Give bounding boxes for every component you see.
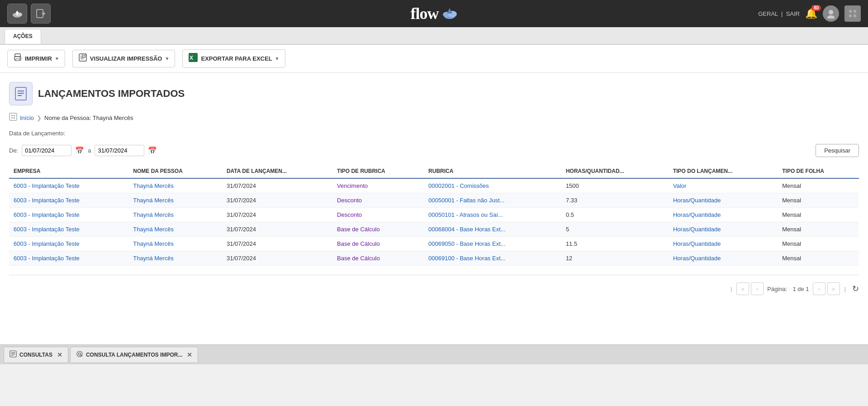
bottom-tab-consultas-close[interactable]: ✕ bbox=[57, 351, 62, 358]
top-nav: flow GERAL | SAIR 🔔 80 bbox=[0, 0, 868, 27]
svg-point-25 bbox=[83, 55, 85, 57]
visualizar-chevron: ▼ bbox=[165, 56, 169, 61]
svg-rect-19 bbox=[19, 57, 20, 58]
filter-de-label: De: bbox=[9, 147, 18, 154]
breadcrumb: Início ❯ Nome da Pessoa: Thayná Mercês bbox=[9, 113, 859, 123]
geral-link[interactable]: GERAL bbox=[758, 10, 778, 17]
lancamentos-tab-icon bbox=[76, 350, 83, 359]
bottom-tab-lancamentos-close[interactable]: ✕ bbox=[187, 351, 192, 358]
svg-marker-3 bbox=[15, 10, 19, 14]
page-header: LANÇAMENTOS IMPORTADOS bbox=[9, 82, 859, 105]
table-row[interactable]: 6003 - Implantação TesteThayná Mercês31/… bbox=[9, 178, 859, 193]
bottom-tab-consultas[interactable]: CONSULTAS ✕ bbox=[4, 347, 68, 363]
top-nav-left bbox=[7, 4, 51, 24]
document-list-icon bbox=[14, 86, 28, 101]
col-empresa: EMPRESA bbox=[9, 164, 128, 178]
app-logo: flow bbox=[411, 4, 458, 23]
exportar-chevron: ▼ bbox=[275, 56, 280, 61]
col-tipo-folha: TIPO DE FOLHA bbox=[778, 164, 859, 178]
filter-de-input[interactable] bbox=[22, 145, 71, 156]
table-row[interactable]: 6003 - Implantação TesteThayná Mercês31/… bbox=[9, 193, 859, 208]
breadcrumb-home-icon bbox=[9, 113, 17, 123]
consultas-tab-icon bbox=[9, 350, 17, 359]
imprimir-chevron: ▼ bbox=[55, 56, 59, 61]
user-avatar[interactable] bbox=[823, 5, 839, 22]
imprimir-button[interactable]: IMPRIMIR ▼ bbox=[7, 50, 65, 67]
col-data: DATA DE LANÇAMEN... bbox=[222, 164, 332, 178]
breadcrumb-home-label[interactable]: Início bbox=[20, 115, 34, 121]
svg-rect-14 bbox=[849, 14, 852, 17]
svg-rect-36 bbox=[14, 117, 15, 119]
pag-last-button[interactable]: » bbox=[827, 282, 840, 295]
svg-rect-4 bbox=[17, 14, 18, 15]
data-table: EMPRESA NOME DA PESSOA DATA DE LANÇAMEN.… bbox=[9, 164, 859, 266]
svg-line-43 bbox=[81, 355, 82, 356]
pag-left-separator: | bbox=[730, 286, 732, 292]
search-button[interactable]: Pesquisar bbox=[816, 144, 859, 157]
breadcrumb-separator: ❯ bbox=[37, 115, 42, 121]
bottom-tab-lancamentos-label: CONSULTA LANÇAMENTOS IMPOR... bbox=[86, 352, 183, 358]
svg-marker-9 bbox=[447, 8, 452, 14]
page-header-icon bbox=[9, 82, 33, 105]
pag-label: Página: bbox=[767, 286, 787, 292]
calendar-de-icon[interactable]: 📅 bbox=[75, 146, 84, 155]
filter-row: Data de Lançamento: bbox=[9, 130, 859, 137]
svg-rect-32 bbox=[9, 113, 17, 120]
home-nav-button[interactable] bbox=[7, 4, 27, 24]
filter-inputs-row: De: 📅 a 📅 Pesquisar bbox=[9, 144, 859, 157]
table-row[interactable]: 6003 - Implantação TesteThayná Mercês31/… bbox=[9, 208, 859, 222]
svg-point-10 bbox=[829, 10, 833, 14]
svg-rect-16 bbox=[15, 54, 20, 57]
tab-acoes[interactable]: AÇÕES bbox=[5, 29, 41, 44]
toolbar: IMPRIMIR ▼ VISUALIZAR IMPRESSÃO ▼ X EXPO… bbox=[0, 45, 868, 73]
svg-rect-18 bbox=[16, 59, 19, 61]
svg-rect-33 bbox=[11, 115, 13, 116]
pag-refresh-button[interactable]: ↻ bbox=[852, 284, 859, 294]
notification-bell[interactable]: 🔔 80 bbox=[805, 8, 817, 19]
page-title: LANÇAMENTOS IMPORTADOS bbox=[38, 88, 185, 100]
table-row[interactable]: 6003 - Implantação TesteThayná Mercês31/… bbox=[9, 237, 859, 251]
avatar-icon bbox=[826, 9, 836, 19]
pag-info: 1 de 1 bbox=[792, 286, 809, 292]
col-horas: HORAS/QUANTIDAD... bbox=[561, 164, 669, 178]
bottom-tab-consultas-label: CONSULTAS bbox=[19, 352, 52, 358]
flow-logo-icon bbox=[441, 5, 458, 22]
svg-rect-35 bbox=[11, 117, 13, 119]
pagination-bar: | « ‹ Página: 1 de 1 › » | ↻ bbox=[9, 275, 859, 302]
filter-a-input[interactable] bbox=[95, 145, 144, 156]
bottom-tab-lancamentos[interactable]: CONSULTA LANÇAMENTOS IMPOR... ✕ bbox=[70, 347, 199, 363]
svg-rect-34 bbox=[14, 115, 15, 116]
excel-icon: X bbox=[188, 53, 198, 65]
print-icon bbox=[13, 53, 22, 64]
pag-prev-button[interactable]: ‹ bbox=[751, 282, 764, 295]
svg-rect-15 bbox=[854, 14, 856, 17]
visualizar-impressao-button[interactable]: VISUALIZAR IMPRESSÃO ▼ bbox=[72, 50, 175, 67]
logout-nav-button[interactable] bbox=[31, 4, 51, 24]
table-row[interactable]: 6003 - Implantação TesteThayná Mercês31/… bbox=[9, 222, 859, 237]
notification-badge: 80 bbox=[811, 5, 821, 11]
svg-point-11 bbox=[827, 15, 835, 19]
exportar-excel-button[interactable]: X EXPORTAR PARA EXCEL ▼ bbox=[182, 49, 285, 68]
col-nome: NOME DA PESSOA bbox=[128, 164, 222, 178]
col-tipo-rubrica: TIPO DE RUBRICA bbox=[332, 164, 424, 178]
pag-next-button[interactable]: › bbox=[813, 282, 825, 295]
svg-rect-13 bbox=[854, 10, 856, 13]
nav-links: GERAL | SAIR bbox=[758, 10, 800, 17]
breadcrumb-current: Nome da Pessoa: Thayná Mercês bbox=[44, 115, 133, 121]
calendar-a-icon[interactable]: 📅 bbox=[148, 146, 157, 155]
bottom-bar: CONSULTAS ✕ CONSULTA LANÇAMENTOS IMPOR..… bbox=[0, 344, 868, 364]
main-content: LANÇAMENTOS IMPORTADOS Início ❯ Nome da … bbox=[0, 73, 868, 344]
preview-icon bbox=[78, 53, 87, 64]
col-rubrica: RUBRICA bbox=[424, 164, 561, 178]
svg-rect-12 bbox=[849, 10, 852, 13]
menu-square-button[interactable] bbox=[844, 5, 861, 22]
table-row[interactable]: 6003 - Implantação TesteThayná Mercês31/… bbox=[9, 251, 859, 266]
top-nav-right: GERAL | SAIR 🔔 80 bbox=[758, 5, 861, 22]
pag-first-button[interactable]: « bbox=[736, 282, 749, 295]
grid-icon bbox=[848, 9, 857, 18]
pag-right-separator: | bbox=[844, 286, 846, 292]
col-tipo-lancamento: TIPO DO LANÇAMEN... bbox=[669, 164, 778, 178]
sair-link[interactable]: SAIR bbox=[786, 10, 800, 17]
filter-date-label: Data de Lançamento: bbox=[9, 130, 65, 137]
svg-text:X: X bbox=[190, 55, 193, 61]
